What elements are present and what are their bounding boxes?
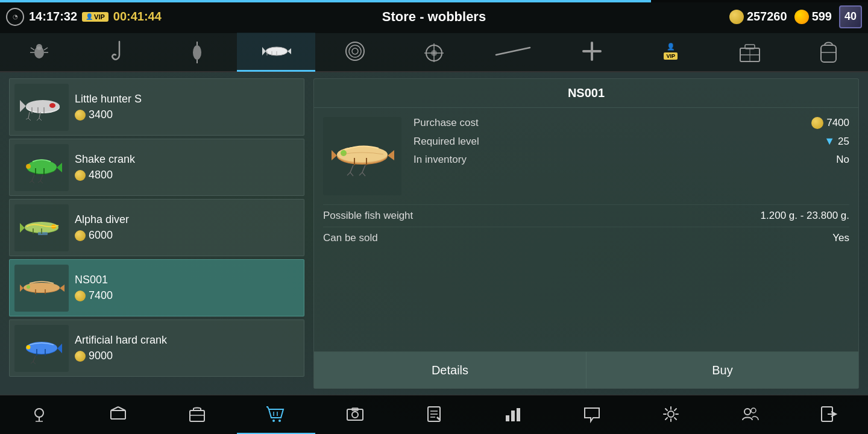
item-ns001[interactable]: NS001 7400	[9, 259, 304, 316]
svg-point-75	[341, 150, 347, 156]
store-title: Store - wobblers	[220, 9, 648, 25]
svg-line-69	[33, 356, 36, 362]
svg-point-66	[27, 345, 31, 349]
item-name-5: Artificial hard crank	[75, 334, 299, 347]
svg-point-108	[744, 409, 750, 415]
tacklebox-icon	[738, 41, 762, 62]
gold-currency: 599	[794, 10, 832, 24]
cat-line[interactable]	[316, 33, 394, 72]
cat-rod[interactable]	[474, 33, 552, 72]
stat-fish-weight: Possible fish weight 1.200 g. - 23.800 g…	[323, 204, 849, 227]
svg-line-47	[32, 175, 34, 181]
cat-bug[interactable]	[0, 33, 78, 72]
item-alpha-diver[interactable]: Alpha diver 6000	[9, 199, 304, 256]
cat-vip[interactable]: 👤 VIP	[632, 33, 710, 72]
cat-backpack[interactable]	[790, 33, 868, 72]
svg-point-15	[349, 45, 361, 57]
bottom-photo[interactable]	[316, 395, 394, 435]
bottom-stats[interactable]	[474, 395, 552, 435]
bottom-map[interactable]	[0, 395, 78, 435]
store-icon	[266, 404, 286, 424]
svg-line-21	[496, 48, 530, 55]
svg-line-37	[26, 118, 28, 119]
bottom-nav	[0, 395, 868, 434]
bottom-chat[interactable]	[553, 395, 631, 435]
gold-amount: 599	[812, 10, 832, 24]
cat-hook[interactable]	[79, 33, 157, 72]
reel-icon	[422, 41, 446, 62]
svg-point-1	[36, 44, 42, 50]
wobbler-icon	[261, 42, 291, 60]
item-thumb-1	[14, 84, 69, 131]
line-icon	[343, 39, 367, 63]
bottom-store[interactable]	[237, 395, 315, 435]
fish-weight-value: 1.200 g. - 23.800 g.	[761, 210, 849, 222]
bug-icon	[28, 40, 50, 62]
svg-point-44	[26, 164, 31, 169]
svg-point-16	[352, 48, 358, 54]
svg-line-80	[350, 172, 353, 176]
item-artificial-hard-crank[interactable]: Artificial hard crank 9000	[9, 319, 304, 377]
top-bar: ◔ 14:17:32 👤 VIP 00:41:44 Store - wobble…	[0, 0, 868, 33]
svg-line-38	[28, 118, 31, 121]
bottom-inventory[interactable]	[158, 395, 236, 435]
exit-icon	[819, 404, 838, 424]
svg-point-94	[278, 420, 281, 422]
bottom-journal[interactable]	[395, 395, 473, 435]
svg-point-61	[27, 285, 30, 289]
bottom-settings[interactable]	[632, 395, 710, 435]
cat-reel[interactable]	[395, 33, 473, 72]
svg-line-78	[350, 165, 353, 172]
item-little-hunter-s[interactable]: Little hunter S 3400	[9, 78, 304, 136]
bottom-trade[interactable]	[79, 395, 157, 435]
svg-line-71	[33, 362, 36, 364]
lure-img-1	[17, 89, 66, 125]
svg-line-50	[40, 175, 43, 181]
fish-weight-label: Possible fish weight	[323, 210, 413, 222]
stat-in-inventory: In inventory No	[414, 154, 849, 166]
detail-panel: NS001	[313, 78, 859, 389]
cat-wobbler[interactable]	[237, 33, 315, 72]
bottom-exit[interactable]	[790, 395, 868, 435]
price-coin-1	[75, 110, 86, 121]
price-coin-3	[75, 230, 86, 241]
photo-icon	[345, 404, 365, 424]
details-button[interactable]: Details	[314, 352, 587, 388]
svg-rect-28	[821, 45, 836, 62]
plus-icon	[581, 40, 603, 62]
item-info-2: Shake crank 4800	[75, 153, 299, 181]
vip-icon: VIP	[664, 52, 678, 60]
svg-line-48	[30, 181, 32, 183]
map-icon	[30, 404, 49, 424]
cat-plus[interactable]	[553, 33, 631, 72]
silver-currency: 257260	[729, 10, 787, 24]
float-icon	[191, 39, 203, 63]
svg-rect-105	[511, 410, 515, 421]
svg-line-51	[38, 181, 40, 183]
item-shake-crank[interactable]: Shake crank 4800	[9, 139, 304, 196]
item-price-2: 4800	[75, 169, 299, 181]
cat-float[interactable]	[158, 33, 236, 72]
can-be-sold-value: Yes	[832, 232, 849, 244]
level-badge: 40	[839, 5, 862, 28]
detail-top: Purchase cost 7400 Required level ▼ 25 I…	[314, 108, 858, 204]
svg-line-4	[44, 48, 48, 50]
item-thumb-5	[14, 325, 69, 372]
bottom-social[interactable]	[711, 395, 789, 435]
detail-actions: Details Buy	[314, 351, 858, 388]
silver-amount: 257260	[747, 10, 787, 24]
item-price-1: 3400	[75, 108, 299, 121]
price-coin-4	[75, 291, 86, 301]
item-thumb-4	[14, 265, 69, 312]
detail-body: Possible fish weight 1.200 g. - 23.800 g…	[314, 204, 858, 249]
top-bar-right: 257260 599 40	[648, 5, 862, 28]
cat-tacklebox[interactable]	[711, 33, 789, 72]
in-inventory-value: No	[836, 154, 849, 166]
buy-button[interactable]: Buy	[587, 352, 858, 388]
purchase-cost-value: 7400	[811, 117, 849, 129]
svg-rect-91	[190, 410, 204, 421]
item-price-4: 7400	[75, 289, 299, 302]
svg-point-93	[272, 420, 275, 422]
svg-point-107	[668, 411, 674, 417]
gold-coin-icon	[794, 10, 809, 24]
